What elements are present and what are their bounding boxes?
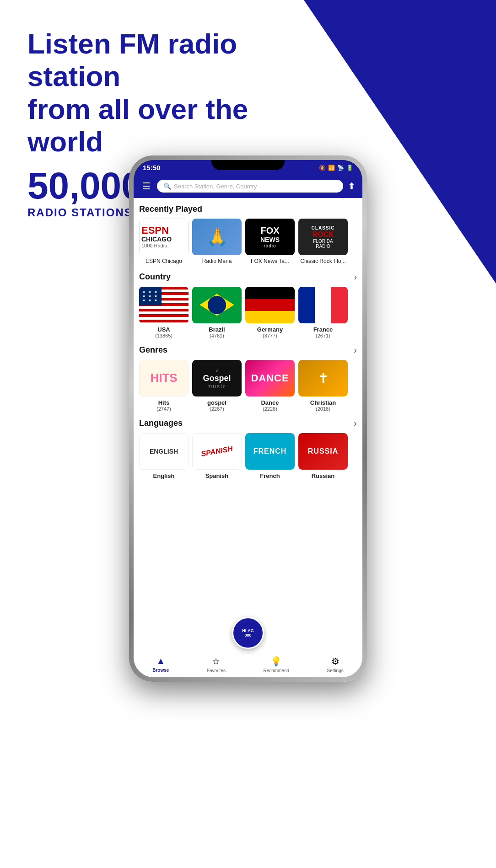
country-grid: ★ ★ ★★ ★ ★★ ★ ★ USA (13865): [139, 287, 357, 338]
fox-station-name: FOX News Ta...: [251, 258, 289, 265]
gospel-logo: ♪ Gospel music: [192, 360, 242, 396]
language-item-spanish[interactable]: SPANISH Spanish: [192, 433, 242, 479]
maria-logo: 🙏: [192, 219, 242, 255]
genre-item-christian[interactable]: ✝ Christian (2018): [298, 360, 348, 412]
hits-text: HITS: [150, 371, 177, 385]
brazil-flag-box: [192, 287, 242, 323]
country-title: Country: [139, 272, 171, 282]
france-name: France: [313, 326, 333, 333]
france-blue-stripe: [298, 287, 315, 323]
french-logo: FRENCH: [245, 433, 295, 470]
russian-text: RUSSIA: [308, 447, 338, 455]
header-title: Listen FM radio station from all over th…: [27, 27, 311, 158]
dance-name: Dance: [261, 399, 279, 406]
country-header[interactable]: Country ›: [139, 265, 357, 287]
recommend-label: Recommend: [263, 668, 289, 673]
hits-count: (2747): [156, 406, 171, 412]
hamburger-icon[interactable]: ☰: [140, 179, 152, 193]
genre-item-dance[interactable]: DANCE Dance (2226): [245, 360, 295, 412]
language-item-french[interactable]: FRENCH French: [245, 433, 295, 479]
genres-arrow[interactable]: ›: [354, 345, 357, 355]
settings-icon: ⚙: [331, 656, 340, 667]
nav-item-settings[interactable]: ⚙ Settings: [327, 656, 344, 673]
notch: [211, 160, 285, 170]
germany-black-stripe: [245, 287, 295, 299]
gospel-count: (2287): [210, 406, 224, 412]
germany-red-stripe: [245, 299, 295, 311]
station-item-espn[interactable]: ESPN CHICAGO 1000 Radio ESPN Chicago: [139, 219, 189, 265]
spanish-name: Spanish: [205, 472, 229, 479]
country-arrow[interactable]: ›: [354, 272, 357, 282]
language-item-english[interactable]: ENGLISH English: [139, 433, 189, 479]
status-time: 15:50: [143, 164, 160, 171]
english-name: English: [153, 472, 175, 479]
languages-arrow[interactable]: ›: [354, 418, 357, 429]
nav-item-browse[interactable]: ▲ Browse: [152, 656, 169, 673]
browse-icon: ▲: [156, 656, 165, 666]
espn-logo: ESPN CHICAGO 1000 Radio: [139, 219, 189, 255]
recently-played-header: Recently Played: [139, 198, 357, 219]
nav-item-recommend[interactable]: 💡 Recommend: [263, 656, 289, 673]
brazil-flag: [192, 287, 242, 323]
maria-logo-inner: 🙏: [192, 219, 242, 255]
dance-text: DANCE: [251, 372, 289, 384]
gospel-note-icon: ♪: [216, 366, 219, 374]
germany-name: Germany: [257, 326, 283, 333]
usa-name: USA: [157, 326, 170, 333]
recommend-icon: 💡: [270, 656, 282, 667]
country-item-brazil[interactable]: Brazil (4761): [192, 287, 242, 338]
language-item-russian[interactable]: RUSSIA Russian: [298, 433, 348, 479]
genres-header[interactable]: Genres ›: [139, 338, 357, 360]
app-header: ☰ 🔍 Search Station, Genre, Country ⬆: [134, 174, 362, 198]
genre-item-hits[interactable]: HITS Hits (2747): [139, 360, 189, 412]
france-flag: [298, 287, 348, 323]
usa-flag: ★ ★ ★★ ★ ★★ ★ ★: [139, 287, 189, 323]
phone-mockup: 15:50 🔇 📶 📡 🔋 ☰ 🔍 Search Station, Genre,…: [129, 155, 367, 682]
french-text: FRENCH: [253, 447, 287, 455]
country-item-germany[interactable]: Germany (3777): [245, 287, 295, 338]
station-item-classic[interactable]: CLASSIC ROCK FLORIDA RADIO Classic Rock …: [298, 219, 348, 265]
share-icon[interactable]: ⬆: [348, 181, 356, 192]
classic-logo-inner: CLASSIC ROCK FLORIDA RADIO: [298, 219, 348, 255]
usa-canton: ★ ★ ★★ ★ ★★ ★ ★: [139, 287, 162, 306]
brazil-name: Brazil: [209, 326, 225, 333]
search-placeholder-text: Search Station, Genre, Country: [174, 183, 257, 190]
genre-item-gospel[interactable]: ♪ Gospel music gospel (2287): [192, 360, 242, 412]
fox-logo: FOX NEWS radio: [245, 219, 295, 255]
mute-icon: 🔇: [319, 165, 326, 171]
browse-label: Browse: [152, 668, 169, 673]
genres-grid: HITS Hits (2747) ♪ Gospel: [139, 360, 357, 412]
usa-stars: ★ ★ ★★ ★ ★★ ★ ★: [142, 290, 158, 302]
genres-title: Genres: [139, 345, 167, 355]
france-white-stripe: [315, 287, 331, 323]
favorites-icon: ☆: [212, 656, 220, 667]
french-logo-box: FRENCH: [245, 433, 295, 470]
hits-logo-box: HITS: [139, 360, 189, 396]
status-icons: 🔇 📶 📡 🔋: [319, 165, 353, 171]
cross-icon: ✝: [318, 370, 329, 386]
usa-count: (13865): [155, 333, 173, 338]
languages-header[interactable]: Languages ›: [139, 412, 357, 433]
gospel-name: gospel: [207, 399, 226, 406]
search-bar[interactable]: 🔍 Search Station, Genre, Country: [157, 180, 343, 193]
france-red-stripe: [331, 287, 348, 323]
russian-logo-box: RUSSIA: [298, 433, 348, 470]
country-item-france[interactable]: France (2671): [298, 287, 348, 338]
english-logo-box: ENGLISH: [139, 433, 189, 470]
spanish-logo: SPANISH: [192, 433, 242, 470]
russian-logo: RUSSIA: [298, 433, 348, 470]
floating-player[interactable]: HI-AG 000: [232, 617, 264, 649]
spanish-text: SPANISH: [200, 445, 233, 458]
gospel-music-word: music: [207, 383, 226, 390]
status-bar: 15:50 🔇 📶 📡 🔋: [134, 160, 362, 174]
station-item-maria[interactable]: 🙏 Radio Maria: [192, 219, 242, 265]
country-item-usa[interactable]: ★ ★ ★★ ★ ★★ ★ ★ USA (13865): [139, 287, 189, 338]
usa-flag-box: ★ ★ ★★ ★ ★★ ★ ★: [139, 287, 189, 323]
battery-icon: 🔋: [346, 165, 353, 171]
station-item-fox[interactable]: FOX NEWS radio FOX News Ta...: [245, 219, 295, 265]
nav-item-favorites[interactable]: ☆ Favorites: [207, 656, 226, 673]
signal-icon: 📡: [337, 165, 344, 171]
hits-name: Hits: [158, 399, 170, 406]
germany-count: (3777): [263, 333, 277, 338]
languages-title: Languages: [139, 418, 183, 428]
